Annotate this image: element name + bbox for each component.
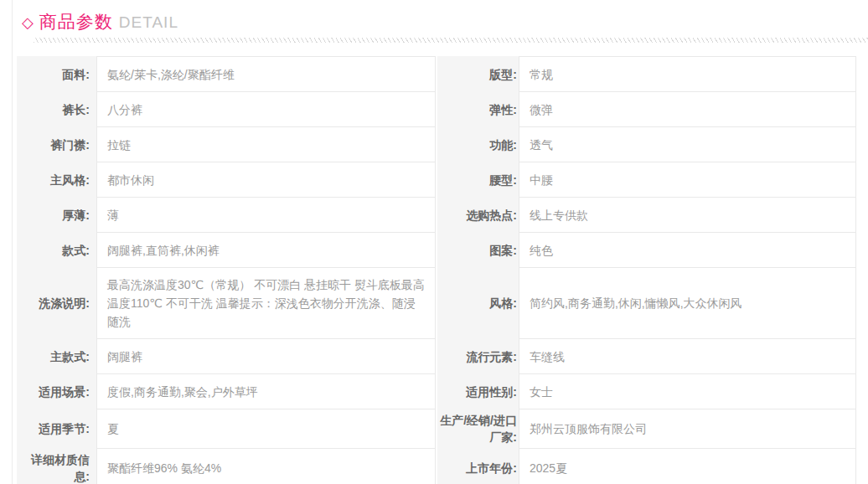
diamond-icon: ◇ (22, 12, 34, 33)
page-left-border (12, 0, 13, 484)
param-label-left: 主款式: (17, 338, 96, 374)
table-row: 详细材质信息: 聚酯纤维96% 氨纶4% 上市年份: 2025夏 (17, 448, 856, 484)
param-value-right: 纯色 (519, 232, 856, 268)
section-header: ◇ 商品参数 DETAIL (0, 0, 868, 43)
param-value-right: 线上专供款 (519, 197, 856, 233)
param-label-text: 生产/经销/进口厂家: (437, 412, 517, 445)
param-label-right: 选购热点: (437, 197, 519, 233)
param-value-left: 薄 (96, 197, 436, 233)
param-value-left: 最高洗涤温度30℃（常规） 不可漂白 悬挂晾干 熨斗底板最高温度110℃ 不可干… (96, 267, 436, 339)
param-value-text: 最高洗涤温度30℃（常规） 不可漂白 悬挂晾干 熨斗底板最高温度110℃ 不可干… (107, 275, 426, 331)
param-value-text: 女士 (530, 383, 553, 401)
param-label-right: 流行元素: (437, 338, 519, 374)
section-title: 商品参数 (39, 11, 113, 33)
param-label-right: 弹性: (437, 91, 519, 127)
param-value-text: 阔腿裤,直筒裤,休闲裤 (107, 241, 220, 260)
param-value-text: 中腰 (530, 171, 553, 189)
table-row: 厚薄: 薄 选购热点: 线上专供款 (17, 197, 856, 233)
param-value-left: 八分裤 (96, 91, 436, 127)
param-value-text: 纯色 (530, 241, 553, 260)
param-value-text: 常规 (530, 65, 553, 84)
param-value-text: 线上专供款 (530, 206, 588, 224)
param-value-text: 都市休闲 (107, 171, 154, 189)
param-label-text: 腰型: (489, 172, 517, 188)
param-label-left: 裤门襟: (17, 126, 96, 162)
param-value-text: 薄 (107, 206, 119, 224)
param-label-left: 适用场景: (17, 373, 96, 409)
param-value-left: 阔腿裤,直筒裤,休闲裤 (96, 232, 436, 268)
params-table: 面料: 氨纶/莱卡,涤纶/聚酯纤维 版型: 常规 裤长: 八分裤 弹性: 微弹 … (17, 56, 856, 484)
section-subtitle: DETAIL (119, 12, 178, 33)
param-label-left: 详细材质信息: (17, 448, 96, 484)
param-value-text: 八分裤 (107, 100, 142, 119)
param-label-left: 裤长: (17, 91, 96, 127)
param-label-text: 主款式: (50, 348, 90, 365)
param-value-right: 简约风,商务通勤,休闲,慵懒风,大众休闲风 (519, 267, 856, 339)
param-label-right: 上市年份: (437, 448, 519, 484)
table-row: 裤长: 八分裤 弹性: 微弹 (17, 91, 856, 127)
param-value-text: 车缝线 (530, 348, 565, 366)
table-row: 面料: 氨纶/莱卡,涤纶/聚酯纤维 版型: 常规 (17, 56, 856, 92)
param-label-text: 厚薄: (62, 207, 90, 224)
param-label-right: 版型: (437, 56, 519, 92)
table-row: 适用场景: 度假,商务通勤,聚会,户外草坪 适用性别: 女士 (17, 373, 856, 409)
param-label-text: 主风格: (50, 172, 90, 188)
param-label-text: 图案: (489, 242, 517, 259)
table-row: 主款式: 阔腿裤 流行元素: 车缝线 (17, 338, 856, 374)
param-value-text: 度假,商务通勤,聚会,户外草坪 (107, 383, 258, 401)
param-value-right: 2025夏 (519, 448, 856, 484)
param-value-text: 郑州云顶服饰有限公司 (530, 420, 647, 438)
param-label-left: 洗涤说明: (17, 267, 96, 339)
param-label-text: 适用性别: (466, 384, 517, 400)
table-row: 洗涤说明: 最高洗涤温度30℃（常规） 不可漂白 悬挂晾干 熨斗底板最高温度11… (17, 267, 856, 339)
table-row: 款式: 阔腿裤,直筒裤,休闲裤 图案: 纯色 (17, 232, 856, 268)
param-value-right: 女士 (519, 373, 856, 409)
param-value-text: 微弹 (530, 100, 553, 119)
param-label-text: 功能: (489, 136, 517, 153)
param-label-text: 裤长: (62, 101, 90, 118)
param-label-right: 图案: (437, 232, 519, 268)
table-row: 裤门襟: 拉链 功能: 透气 (17, 126, 856, 162)
param-value-left: 阔腿裤 (96, 338, 436, 374)
table-row: 适用季节: 夏 生产/经销/进口厂家: 郑州云顶服饰有限公司 (17, 409, 856, 449)
param-label-text: 选购热点: (466, 207, 517, 224)
param-value-left: 拉链 (96, 126, 436, 162)
param-label-text: 上市年份: (466, 460, 517, 476)
param-label-text: 适用场景: (39, 384, 90, 400)
table-row: 主风格: 都市休闲 腰型: 中腰 (17, 162, 856, 198)
param-label-text: 裤门襟: (50, 136, 90, 153)
param-label-right: 功能: (437, 126, 519, 162)
hatched-divider (34, 38, 868, 43)
param-value-right: 中腰 (519, 162, 856, 198)
param-value-right: 车缝线 (519, 338, 856, 374)
param-value-right: 常规 (519, 56, 856, 92)
param-label-left: 面料: (17, 56, 96, 92)
param-label-right: 适用性别: (437, 373, 519, 409)
param-value-left: 聚酯纤维96% 氨纶4% (96, 448, 436, 484)
param-value-left: 氨纶/莱卡,涤纶/聚酯纤维 (96, 56, 436, 92)
param-label-left: 主风格: (17, 162, 96, 198)
param-value-text: 2025夏 (530, 459, 567, 477)
param-value-left: 都市休闲 (96, 162, 436, 198)
param-value-left: 度假,商务通勤,聚会,户外草坪 (96, 373, 436, 409)
param-value-text: 聚酯纤维96% 氨纶4% (107, 459, 221, 477)
param-label-text: 适用季节: (39, 420, 90, 437)
param-value-text: 夏 (107, 420, 119, 438)
param-label-left: 厚薄: (17, 197, 96, 233)
param-value-left: 夏 (96, 409, 436, 449)
param-value-text: 阔腿裤 (107, 348, 142, 366)
param-label-text: 面料: (62, 66, 90, 83)
param-label-text: 版型: (489, 66, 517, 83)
param-label-right: 风格: (437, 267, 519, 339)
param-label-text: 详细材质信息: (20, 451, 90, 484)
param-value-right: 透气 (519, 126, 856, 162)
param-label-right: 腰型: (437, 162, 519, 198)
param-value-text: 拉链 (107, 136, 131, 154)
param-label-left: 款式: (17, 232, 96, 268)
param-value-text: 透气 (530, 136, 553, 154)
param-label-text: 风格: (489, 295, 517, 312)
param-value-right: 微弹 (519, 91, 856, 127)
param-label-text: 流行元素: (466, 348, 517, 365)
param-value-text: 简约风,商务通勤,休闲,慵懒风,大众休闲风 (530, 294, 742, 312)
param-value-right: 郑州云顶服饰有限公司 (519, 409, 856, 449)
